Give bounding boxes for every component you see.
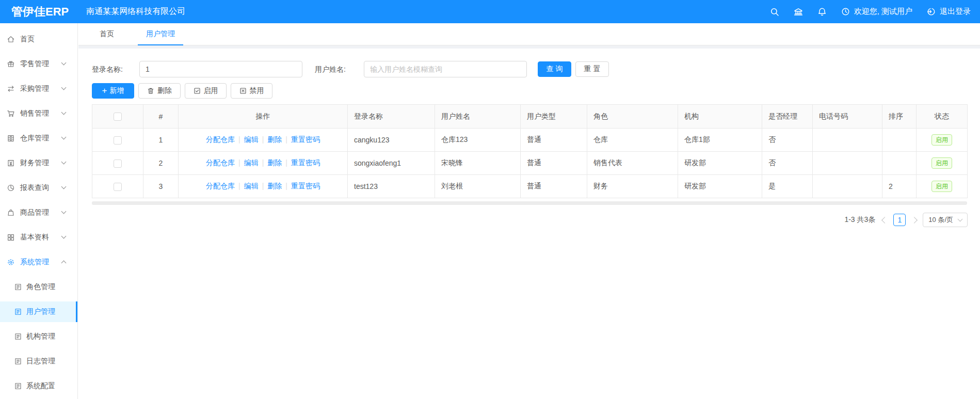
reset-password-link[interactable]: 重置密码: [291, 135, 320, 143]
sidebar-item-reports[interactable]: 报表查询: [0, 178, 77, 198]
sidebar-item-users[interactable]: 用户管理: [0, 301, 77, 322]
chevron-down-icon: [61, 110, 67, 115]
welcome-user[interactable]: 欢迎您, 测试用户: [841, 7, 912, 17]
login-name-label: 登录名称:: [92, 61, 123, 77]
sidebar-item-warehouse[interactable]: 仓库管理: [0, 128, 77, 149]
page-size-select[interactable]: 10 条/页: [923, 213, 968, 227]
checkbox-checked-icon: [194, 87, 201, 94]
cell-phone: [813, 175, 882, 198]
next-page-icon[interactable]: [911, 217, 918, 224]
tabbar: 首页 用户管理: [78, 23, 980, 45]
delete-button[interactable]: 删除: [138, 83, 181, 99]
cell-status: 启用: [917, 129, 968, 152]
logout-button[interactable]: 退出登录: [927, 7, 971, 17]
cell-actions: 分配仓库|编辑|删除|重置密码: [179, 152, 348, 175]
sidebar-item-sysconfig[interactable]: 系统配置: [0, 376, 77, 396]
sidebar-item-basedata[interactable]: 基本资料: [0, 227, 77, 248]
document-icon: [14, 382, 22, 390]
enable-button[interactable]: 启用: [185, 83, 227, 99]
user-name-label: 用户姓名:: [315, 61, 346, 77]
gift-icon: [7, 60, 15, 68]
reset-button[interactable]: 重 置: [575, 61, 609, 77]
row-checkbox[interactable]: [114, 159, 122, 168]
sidebar-item-label: 商品管理: [20, 208, 49, 217]
cell-role: 销售代表: [587, 152, 678, 175]
bell-icon[interactable]: [817, 7, 827, 17]
horizontal-scrollbar[interactable]: [92, 201, 967, 205]
bank-icon[interactable]: [794, 7, 803, 17]
sidebar-item-retail[interactable]: 零售管理: [0, 54, 77, 74]
delete-link[interactable]: 删除: [267, 182, 282, 190]
assign-warehouse-link[interactable]: 分配仓库: [206, 182, 235, 190]
delete-link[interactable]: 删除: [267, 135, 282, 143]
sidebar-item-goods[interactable]: 商品管理: [0, 202, 77, 223]
cell-index: 1: [143, 129, 179, 152]
tab-label: 首页: [100, 29, 114, 39]
sidebar-item-label: 仓库管理: [20, 134, 49, 143]
pagination-total: 1-3 共3条: [844, 215, 875, 225]
search-button[interactable]: 查 询: [538, 61, 571, 77]
delete-link[interactable]: 删除: [267, 158, 282, 167]
checkbox-x-icon: [239, 87, 247, 94]
chevron-up-icon: [61, 261, 67, 266]
tab-label: 用户管理: [146, 29, 175, 39]
document-icon: [14, 283, 22, 291]
col-phone: 电话号码: [813, 105, 882, 129]
gear-icon: [7, 258, 15, 266]
assign-warehouse-link[interactable]: 分配仓库: [206, 158, 235, 167]
sidebar-item-purchase[interactable]: 采购管理: [0, 78, 77, 99]
sidebar-item-label: 机构管理: [26, 332, 55, 341]
document-icon: [14, 332, 22, 341]
col-status: 状态: [917, 105, 968, 129]
status-badge: 启用: [931, 181, 952, 192]
assign-warehouse-link[interactable]: 分配仓库: [206, 135, 235, 143]
cell-index: 2: [143, 152, 179, 175]
sidebar-item-finance[interactable]: 财务管理: [0, 153, 77, 173]
cell-sort: [882, 152, 917, 175]
row-checkbox[interactable]: [114, 183, 122, 191]
chevron-down-icon: [61, 135, 67, 140]
row-checkbox[interactable]: [114, 136, 122, 145]
edit-link[interactable]: 编辑: [244, 135, 259, 143]
sidebar-item-logs[interactable]: 日志管理: [0, 351, 77, 372]
search-icon[interactable]: [770, 7, 779, 17]
sidebar-item-sales[interactable]: 销售管理: [0, 103, 77, 124]
tab-user-management[interactable]: 用户管理: [138, 23, 183, 45]
cell-sort: [882, 129, 917, 152]
reset-password-link[interactable]: 重置密码: [291, 158, 320, 167]
col-name: 用户姓名: [435, 105, 521, 129]
login-name-input[interactable]: [139, 61, 302, 77]
cell-actions: 分配仓库|编辑|删除|重置密码: [179, 129, 348, 152]
sidebar-item-label: 用户管理: [26, 307, 55, 316]
cell-sort: 2: [882, 175, 917, 198]
cell-manager: 否: [762, 129, 813, 152]
sidebar-item-label: 零售管理: [20, 59, 49, 69]
reset-password-link[interactable]: 重置密码: [291, 182, 320, 190]
sidebar-item-roles[interactable]: 角色管理: [0, 277, 77, 297]
cell-role: 财务: [587, 175, 678, 198]
cart-icon: [7, 109, 15, 118]
tab-home[interactable]: 首页: [91, 23, 122, 45]
sidebar-item-label: 采购管理: [20, 84, 49, 93]
status-badge: 启用: [931, 134, 952, 146]
sidebar-item-home[interactable]: 首页: [0, 29, 77, 50]
cell-name: 刘老根: [435, 175, 521, 198]
add-button[interactable]: + 新增: [92, 83, 134, 99]
grid-icon: [7, 233, 15, 242]
prev-page-icon[interactable]: [881, 217, 888, 224]
disable-button[interactable]: 禁用: [231, 83, 272, 99]
cell-phone: [813, 129, 882, 152]
page-number-button[interactable]: 1: [893, 214, 906, 226]
col-actions: 操作: [179, 105, 348, 129]
select-all-checkbox[interactable]: [114, 113, 122, 121]
user-name-input[interactable]: [364, 61, 527, 77]
edit-link[interactable]: 编辑: [244, 182, 259, 190]
sidebar-item-system[interactable]: 系统管理: [0, 252, 77, 273]
cell-name: 宋晓锋: [435, 152, 521, 175]
col-index: #: [143, 105, 179, 129]
sidebar-item-orgs[interactable]: 机构管理: [0, 326, 77, 347]
cell-login: songxiaofeng1: [348, 152, 435, 175]
table-row: 2 分配仓库|编辑|删除|重置密码 songxiaofeng1 宋晓锋 普通 销…: [92, 152, 968, 175]
edit-link[interactable]: 编辑: [244, 158, 259, 167]
status-badge: 启用: [931, 157, 952, 169]
